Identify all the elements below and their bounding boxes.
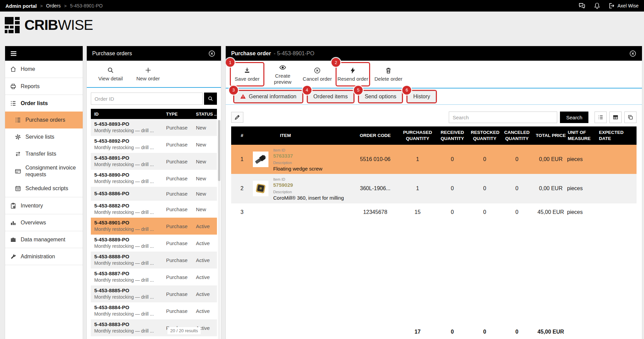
item-description: Floating wedge screw [273, 166, 322, 172]
items-search-button[interactable]: Search [560, 112, 588, 123]
logo-bold: CRIB [24, 17, 58, 33]
items-search-input[interactable] [449, 112, 557, 123]
canceled-quantity: 0 [499, 185, 535, 192]
order-subtitle: Monthly restocking — drill ... [94, 210, 154, 215]
list-view-button[interactable] [595, 112, 607, 123]
purchased-quantity: 15 [401, 209, 435, 215]
order-id: 5-453-8893-PO [94, 121, 129, 127]
orders-panel-title: Purchase orders [92, 51, 132, 57]
save-order-label: Save order [235, 76, 259, 82]
hamburger-menu-icon[interactable] [10, 50, 17, 57]
sidebar-item-home[interactable]: Home [5, 61, 83, 78]
order-id-input[interactable] [91, 93, 203, 105]
cancel-circle-icon [314, 67, 321, 74]
breadcrumb-orders[interactable]: Orders [46, 3, 61, 8]
item-id-link[interactable]: 5763337 [273, 153, 293, 159]
breadcrumb-order-id: 5-453-8901-PO [70, 3, 103, 8]
eye-icon [279, 64, 286, 71]
item-row[interactable]: 1 Item ID 5763337 Description Floating w… [231, 145, 637, 174]
notifications-bell-icon[interactable] [593, 2, 601, 9]
sidebar-item-label: Purchase orders [25, 117, 65, 123]
sidebar-item-label: Inventory [21, 203, 43, 209]
close-icon[interactable] [629, 50, 637, 57]
item-row[interactable]: 3 12345678 15 0 0 0 45,00 EUR pieces [231, 203, 637, 221]
item-id-link[interactable]: 5759029 [273, 182, 293, 188]
column-expected-date: EXPECTED DATE [598, 127, 637, 143]
copy-button[interactable] [624, 112, 637, 123]
total-received: 0 [435, 329, 470, 335]
view-detail-button[interactable]: View detail [98, 66, 123, 81]
total-price: 0,00 EUR [535, 156, 567, 162]
order-id: 5-453-8888-PO [94, 254, 129, 259]
new-order-label: New order [136, 76, 160, 81]
close-icon[interactable] [208, 50, 216, 57]
delete-order-button[interactable]: Delete order [372, 62, 405, 86]
order-row[interactable]: 5-453-8891-POMonthly restocking — drill … [91, 153, 217, 170]
purchase-order-detail-panel: Purchase order - 5-453-8901-PO 1 Save or… [225, 46, 642, 339]
sidebar-item-administration[interactable]: Administration [5, 248, 83, 265]
sidebar-item-reports[interactable]: Reports [5, 78, 83, 95]
column-received-quantity: RECEIVED QUANTITY [435, 127, 470, 143]
sidebar-item-order-lists[interactable]: Order lists [5, 95, 83, 112]
new-order-button[interactable]: New order [136, 66, 160, 81]
order-row[interactable]: 5-453-8887-POMonthly restocking — drill … [91, 268, 217, 285]
user-menu[interactable]: Axel Wise [608, 2, 639, 9]
list-scrollbar[interactable] [218, 120, 220, 339]
order-row[interactable]: 5-453-8890-POMonthly restocking — drill … [91, 170, 217, 187]
sidebar-item-overviews[interactable]: Overviews [5, 214, 83, 231]
breadcrumb-admin-portal[interactable]: Admin portal [5, 3, 37, 9]
cribwise-logo-text: CRIBWISE [24, 18, 93, 32]
logo-light: WISE [58, 17, 93, 33]
save-order-button[interactable]: Save order [231, 63, 263, 85]
table-view-button[interactable] [609, 112, 622, 123]
home-icon [10, 66, 17, 73]
purchased-quantity: 1 [401, 185, 435, 192]
order-id: 5-453-8882-PO [94, 203, 129, 208]
edit-button[interactable] [231, 112, 243, 123]
sidebar-item-scheduled-scripts[interactable]: Scheduled scripts [5, 180, 83, 197]
order-search-button[interactable] [204, 93, 217, 105]
logout-icon[interactable] [608, 2, 615, 9]
tab-send-options[interactable]: Send options [359, 91, 402, 102]
create-preview-button[interactable]: Create preview [266, 62, 299, 86]
sidebar-item-label: Service lists [25, 134, 54, 140]
order-row[interactable]: 5-453-8884-POMonthly restocking — drill … [91, 302, 217, 319]
received-quantity: 0 [435, 185, 470, 192]
sidebar-item-transfer-lists[interactable]: Transfer lists [5, 145, 83, 162]
order-row[interactable]: 5-453-8886-PO Purchase New [91, 187, 217, 201]
results-count: 20 / 20 results [167, 327, 201, 334]
order-row[interactable]: 5-453-8885-POMonthly restocking — drill … [91, 285, 217, 302]
order-row[interactable]: 5-453-8892-POMonthly restocking — drill … [91, 136, 217, 153]
sidebar-item-inventory[interactable]: Inventory [5, 197, 83, 214]
order-row-selected[interactable]: 5-453-8901-POMonthly restocking — drill … [91, 218, 217, 235]
order-status: New [196, 191, 217, 197]
order-row[interactable]: 5-453-8893-POMonthly restocking — drill … [91, 119, 217, 136]
order-row[interactable]: 5-453-8889-POMonthly restocking — drill … [91, 235, 217, 252]
received-quantity: 0 [435, 156, 470, 162]
order-id: 5-453-8883-PO [94, 321, 129, 327]
unit-of-measure: pieces [567, 209, 598, 215]
sidebar-item-service-lists[interactable]: Service lists [5, 128, 83, 145]
order-code: 12345678 [350, 209, 401, 215]
scrollbar-thumb[interactable] [218, 120, 220, 181]
resend-order-button[interactable]: Resend order [337, 63, 369, 85]
tab-history[interactable]: History [407, 91, 436, 102]
chat-icon[interactable] [578, 2, 586, 9]
sidebar-item-label: Overviews [21, 220, 46, 226]
cancel-order-button[interactable]: Cancel order [301, 62, 334, 86]
sidebar-item-data-management[interactable]: Data management [5, 231, 83, 248]
order-id: 5-453-8884-PO [94, 304, 129, 310]
order-row[interactable]: 5-453-8882-POMonthly restocking — drill … [91, 201, 217, 218]
order-type: Purchase [166, 291, 196, 297]
tab-ordered-items[interactable]: Ordered items [308, 91, 354, 102]
order-status: New [196, 176, 217, 181]
order-subtitle: Monthly restocking — drill ... [94, 128, 154, 133]
sidebar-item-purchase-orders[interactable]: Purchase orders [5, 112, 83, 128]
order-type: Purchase [166, 142, 196, 147]
resend-order-label: Resend order [338, 76, 368, 82]
order-row[interactable]: 5-453-8888-POMonthly restocking — drill … [91, 252, 217, 268]
item-row[interactable]: 2 Item ID 5759029 Description CoroMill® … [231, 174, 637, 203]
sidebar-item-consignment-invoice-requests[interactable]: Consignment invoice requests [5, 162, 83, 180]
column-unit-of-measure: UNIT OF MEASURE [567, 127, 598, 143]
tab-general-information[interactable]: General information [234, 91, 302, 102]
